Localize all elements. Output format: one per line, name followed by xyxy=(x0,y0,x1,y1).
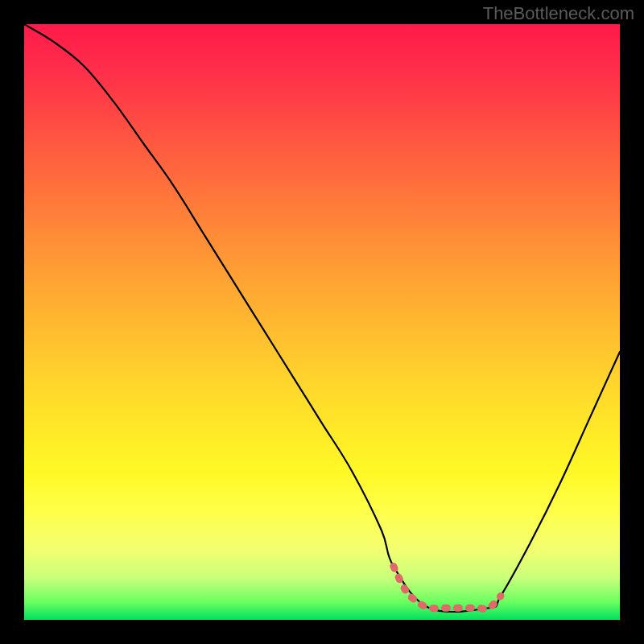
bottleneck-curve-path xyxy=(24,24,620,612)
plot-area xyxy=(24,24,620,620)
chart-svg xyxy=(24,24,620,620)
watermark-text: TheBottleneck.com xyxy=(483,3,634,24)
valley-highlight-path xyxy=(394,566,501,609)
